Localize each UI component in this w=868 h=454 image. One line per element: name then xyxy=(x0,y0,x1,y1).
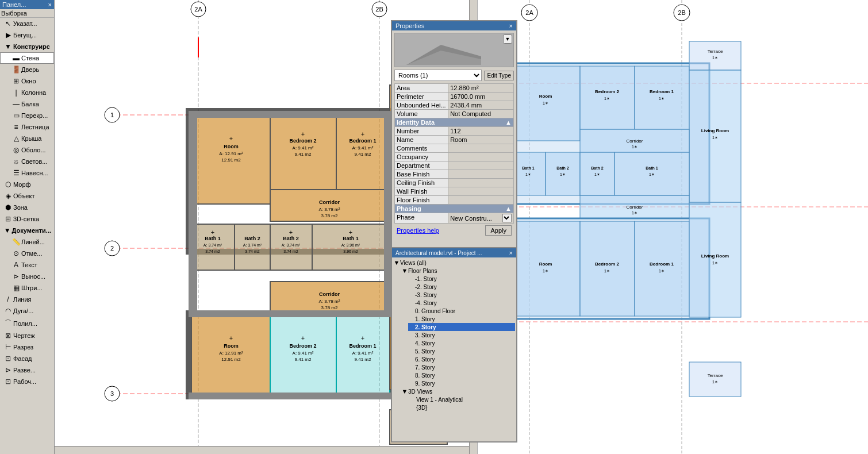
thumbnail-scroll-btn[interactable]: ▼ xyxy=(503,34,512,44)
project-close-btn[interactable]: × xyxy=(509,249,513,256)
tree-story--4--Story[interactable]: -4. Story xyxy=(408,299,515,307)
tree-story-7--Story[interactable]: 7. Story xyxy=(408,363,515,371)
tree-story-0--Ground-Floor[interactable]: 0. Ground Floor xyxy=(408,307,515,315)
panel-item-liniya[interactable]: /Линия xyxy=(0,294,54,305)
panel-item-okno[interactable]: ⊞Окно xyxy=(0,75,54,87)
panel-item-ukazat[interactable]: ↖Указат... xyxy=(0,18,54,29)
panel-label-konstruirs: Конструирс xyxy=(13,43,50,50)
panel-label-linei: Линей... xyxy=(21,238,45,245)
panel-item-konstruirs[interactable]: ▼Конструирс xyxy=(0,41,54,52)
tree-story-4--Story[interactable]: 4. Story xyxy=(408,339,515,347)
main-canvas: 2A 2B 1 2 3 Room A: 12.91 m² 12.91 m2 + … xyxy=(55,0,868,454)
panel-item-raboch[interactable]: ⊡Рабоч... xyxy=(0,376,54,387)
prop-row-ceiling-finish: Ceiling Finish xyxy=(395,179,514,187)
panel-item-tekst[interactable]: AТекст xyxy=(0,259,54,271)
properties-type-dropdown[interactable]: Rooms (1) xyxy=(394,70,482,81)
panel-close-btn[interactable]: × xyxy=(48,1,52,8)
properties-title-bar[interactable]: Properties × xyxy=(392,21,516,30)
panel-label-razve: Разве... xyxy=(13,367,36,374)
tree-story-2--Story[interactable]: 2. Story xyxy=(408,323,515,331)
thumbnail-scroll[interactable]: ▼ xyxy=(503,34,512,44)
properties-footer: Properties help Apply xyxy=(394,224,514,237)
panel-item-dver[interactable]: 🚪Дверь xyxy=(0,64,54,75)
edit-type-button[interactable]: Edit Type xyxy=(484,71,514,80)
svg-rect-74 xyxy=(270,316,336,395)
properties-apply-button[interactable]: Apply xyxy=(485,225,512,236)
panel-item-stena[interactable]: ▬Стена xyxy=(0,52,54,64)
right-view-area: 2A 2B 1 2 3 Room 1✶ Bedroom 2 1✶ xyxy=(477,0,868,454)
properties-table-container[interactable]: Area 12.880 m² Perimeter 16700.0 mm Unbo… xyxy=(394,83,514,224)
svg-text:+: + xyxy=(289,229,293,236)
project-browser-content[interactable]: ▼ Views (all) ▼ Floor Plans -1. Story -2… xyxy=(392,257,516,438)
properties-table: Area 12.880 m² Perimeter 16700.0 mm Unbo… xyxy=(394,83,514,224)
panel-item-vynos[interactable]: ⊳Вынос... xyxy=(0,271,54,282)
phase-dropdown[interactable] xyxy=(502,214,512,222)
panel-item-chertezh[interactable]: ⊠Чертеж xyxy=(0,330,54,341)
panel-item-begush[interactable]: ▶Бегущ... xyxy=(0,29,54,41)
panel-item-perekr[interactable]: ▭Перекр... xyxy=(0,110,54,121)
tree-story--3--Story[interactable]: -3. Story xyxy=(408,291,515,299)
right-view-svg: 2A 2B 1 2 3 Room 1✶ Bedroom 2 1✶ xyxy=(478,0,868,454)
panel-item-krysha[interactable]: △Крыша xyxy=(0,133,54,144)
svg-text:1✶: 1✶ xyxy=(543,101,548,105)
svg-text:A: 12.91 m²: A: 12.91 m² xyxy=(219,151,243,156)
panel-item-linei[interactable]: 📏Линей... xyxy=(0,236,54,248)
svg-text:3.74 m2: 3.74 m2 xyxy=(283,249,298,253)
tree-story--1--Story[interactable]: -1. Story xyxy=(408,275,515,283)
tree-story-8--Story[interactable]: 8. Story xyxy=(408,371,515,379)
panel-item-razrez[interactable]: ⊢Разрез xyxy=(0,341,54,353)
project-title-bar[interactable]: Architectural model.rvt - Project ... × xyxy=(392,248,516,257)
tree-story-1--Story[interactable]: 1. Story xyxy=(408,315,515,323)
svg-rect-95 xyxy=(189,111,393,118)
panel-item-navesn[interactable]: ☰Навесн... xyxy=(0,167,54,179)
panel-label-polil: Полил... xyxy=(13,320,37,327)
panel-item-3dsetka[interactable]: ⊟3D-сетка xyxy=(0,213,54,225)
icon-line: 📏 xyxy=(11,238,21,246)
svg-text:A: 3.78 m²: A: 3.78 m² xyxy=(319,299,340,304)
prop-row-floor-finish: Floor Finish xyxy=(395,196,514,205)
panel-item-duga[interactable]: ◠Дуга/... xyxy=(0,305,54,317)
panel-item-shtri[interactable]: ▦Штри... xyxy=(0,282,54,294)
panel-item-kolonna[interactable]: |Колонна xyxy=(0,87,54,98)
tree-story--2--Story[interactable]: -2. Story xyxy=(408,283,515,291)
icon-document: ▼ xyxy=(3,226,12,234)
panel-item-razve[interactable]: ⊳Разве... xyxy=(0,364,54,376)
svg-text:Room: Room xyxy=(539,261,552,267)
tree-story-9--Story[interactable]: 9. Story xyxy=(408,379,515,387)
horizontal-scrollbar[interactable] xyxy=(55,446,469,454)
tree-view-analytical[interactable]: View 1 - Analytical xyxy=(393,395,515,403)
properties-close-btn[interactable]: × xyxy=(509,22,513,29)
panel-item-fasad[interactable]: ⊡Фасад xyxy=(0,353,54,364)
svg-text:A: 9.41 m²: A: 9.41 m² xyxy=(293,145,314,151)
svg-text:Bedroom 2: Bedroom 2 xyxy=(595,89,619,94)
tree-story-6--Story[interactable]: 6. Story xyxy=(408,355,515,363)
svg-text:Living Room: Living Room xyxy=(701,253,729,259)
svg-text:Terrace: Terrace xyxy=(708,373,723,378)
panel-item-lestnitsa[interactable]: ≡Лестница xyxy=(0,121,54,133)
panel-item-morf[interactable]: ⬡Морф xyxy=(0,179,54,190)
panel-item-balka[interactable]: —Балка xyxy=(0,98,54,110)
icon-beam: — xyxy=(11,100,21,108)
svg-text:9.41 m2: 9.41 m2 xyxy=(355,357,371,362)
panel-item-polil[interactable]: ⌒Полил... xyxy=(0,317,54,330)
panel-label-lestnitsa: Лестница xyxy=(21,124,49,130)
panel-item-dokumenti[interactable]: ▼Документи... xyxy=(0,225,54,236)
panel-item-otme[interactable]: ⊙Отме... xyxy=(0,248,54,259)
tree-story-3--Story[interactable]: 3. Story xyxy=(408,331,515,339)
svg-text:Bedroom 1: Bedroom 1 xyxy=(349,343,376,349)
panel-item-obolo[interactable]: ◎Оболо... xyxy=(0,144,54,156)
svg-rect-79 xyxy=(336,316,390,395)
panel-item-zona[interactable]: ⬢Зона xyxy=(0,202,54,213)
properties-help-link[interactable]: Properties help xyxy=(397,227,439,234)
tree-views-all[interactable]: ▼ Views (all) xyxy=(393,259,515,267)
panel-item-obekt[interactable]: ◈Объект xyxy=(0,190,54,202)
svg-text:3.74 m2: 3.74 m2 xyxy=(205,249,220,253)
tree-3d-views[interactable]: ▼ 3D Views xyxy=(393,387,515,395)
tree-story-5--Story[interactable]: 5. Story xyxy=(408,347,515,355)
tree-view-3d[interactable]: {3D} xyxy=(393,403,515,411)
panel-label-kolonna: Колонна xyxy=(21,89,46,96)
icon-text: A xyxy=(11,261,21,269)
panel-item-svetov[interactable]: ☼Светов... xyxy=(0,156,54,167)
panel-label-navesn: Навесн... xyxy=(21,170,48,176)
tree-floor-plans[interactable]: ▼ Floor Plans xyxy=(393,267,515,275)
